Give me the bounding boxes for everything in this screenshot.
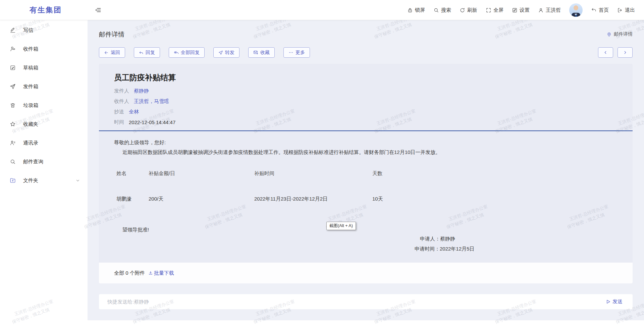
- compose-icon: [10, 27, 16, 33]
- logout-button[interactable]: 退出: [617, 7, 635, 13]
- attachments-summary: 全部 0 个附件: [114, 270, 145, 276]
- applicant-label: 申请人：: [420, 236, 440, 241]
- cell-name: 胡鹏濠: [116, 196, 131, 202]
- current-user-name: 王洪哲: [546, 7, 561, 13]
- trash-icon: [10, 102, 16, 108]
- more-button[interactable]: 更多: [283, 47, 310, 58]
- reply-button[interactable]: 回复: [134, 47, 160, 58]
- refresh-button[interactable]: 刷新: [460, 7, 477, 13]
- home-button[interactable]: 首页: [591, 7, 609, 13]
- mail-paragraph: 近期福田区数据团队成员胡鹏濠被抽调沙头街道参加疫情数据处理工作。现根据防疫补贴标…: [122, 149, 440, 156]
- sent-icon: [10, 84, 16, 90]
- sidebar-item-mail-search[interactable]: 邮件查询: [0, 152, 88, 171]
- time-label: 时间: [114, 119, 124, 125]
- batch-download-link[interactable]: 批量下载: [148, 270, 174, 276]
- brand-logo: 有生集团: [30, 0, 62, 20]
- download-icon: [148, 271, 153, 275]
- current-user-button[interactable]: 王洪哲: [538, 7, 561, 13]
- favorite-label: 收藏: [260, 50, 270, 56]
- next-mail-button[interactable]: [618, 47, 633, 58]
- mail-toolbar: 返回 回复 全部回复 转发 收藏: [99, 47, 310, 58]
- applicant-line: 申请人：蔡静静: [420, 236, 455, 242]
- col-name: 姓名: [116, 170, 126, 177]
- lock-screen-button[interactable]: 锁屏: [407, 7, 425, 13]
- forward-icon: [218, 50, 223, 55]
- header-body-divider: [99, 130, 633, 131]
- star-icon: [10, 121, 16, 127]
- collapse-sidebar-icon[interactable]: [95, 7, 102, 13]
- reply-icon: [139, 50, 144, 55]
- mail-pager: [598, 47, 633, 58]
- sidebar-item-compose[interactable]: 写信: [0, 21, 88, 40]
- time-value: 2022-12-05 14:44:47: [129, 119, 175, 125]
- sidebar-item-trash[interactable]: 垃圾箱: [0, 96, 88, 115]
- mail-subject: 员工防疫补贴结算: [114, 72, 176, 83]
- user-icon: [538, 7, 544, 13]
- sidebar-item-contacts[interactable]: 通讯录: [0, 133, 88, 152]
- to-value[interactable]: 王洪哲，马雪瑶: [134, 98, 169, 105]
- sidebar-item-label: 邮件查询: [23, 159, 43, 165]
- sidebar-item-label: 文件夹: [23, 177, 38, 184]
- home-label: 首页: [599, 7, 609, 13]
- refresh-icon: [460, 7, 465, 13]
- favorite-button[interactable]: 收藏: [248, 47, 275, 58]
- sidebar-item-favorites[interactable]: 收藏夹: [0, 115, 88, 133]
- cell-amount: 200/天: [149, 196, 163, 202]
- sidebar-item-label: 垃圾箱: [23, 102, 38, 109]
- reply-all-icon: [174, 50, 179, 55]
- cell-period: 2022年11月23日-2022年12月2日: [254, 196, 328, 202]
- from-label: 发件人: [114, 88, 129, 94]
- sidebar-item-inbox[interactable]: 收件箱: [0, 40, 88, 58]
- forward-label: 转发: [225, 50, 234, 56]
- user-avatar[interactable]: [569, 3, 583, 17]
- cc-label: 抄送: [114, 109, 124, 115]
- mail-meta: 发件人 蔡静静 收件人 王洪哲，马雪瑶 抄送 全林 时间 2022-12-05 …: [114, 86, 175, 127]
- sidebar-item-label: 发件箱: [23, 84, 38, 90]
- fullscreen-label: 全屏: [493, 7, 503, 13]
- forward-button[interactable]: 转发: [213, 47, 239, 58]
- cc-value[interactable]: 全林: [129, 109, 139, 115]
- meta-from-row: 发件人 蔡静静: [114, 86, 175, 96]
- meta-to-row: 收件人 王洪哲，马雪瑶: [114, 96, 175, 107]
- lock-screen-label: 锁屏: [415, 7, 425, 13]
- prev-mail-button[interactable]: [598, 47, 613, 58]
- home-icon: [591, 7, 597, 13]
- mail-detail-card: 员工防疫补贴结算 发件人 蔡静静 收件人 王洪哲，马雪瑶 抄送 全林 时间 20…: [99, 64, 633, 283]
- sidebar-item-label: 收件箱: [23, 46, 38, 52]
- avatar-tie: [576, 14, 577, 17]
- search-button[interactable]: 搜索: [433, 7, 451, 13]
- logout-label: 退出: [625, 7, 635, 13]
- search-label: 搜索: [441, 7, 451, 13]
- sidebar-item-drafts[interactable]: 草稿箱: [0, 58, 88, 77]
- send-button[interactable]: 发送: [606, 299, 623, 305]
- drafts-icon: [10, 65, 16, 71]
- location-pin-icon: [606, 32, 612, 37]
- settings-button[interactable]: 设置: [512, 7, 530, 13]
- fullscreen-icon: [486, 7, 491, 13]
- from-value[interactable]: 蔡静静: [134, 88, 149, 94]
- col-period: 补贴时间: [254, 170, 274, 177]
- sidebar: 写信 收件箱 草稿箱 发件箱: [0, 20, 88, 325]
- apply-date-line: 申请时间：2022年12月5日: [415, 246, 474, 252]
- mail-closing: 望领导批准!: [122, 227, 149, 233]
- applicant-name: 蔡静静: [440, 236, 455, 241]
- chevron-down-icon[interactable]: [75, 178, 80, 183]
- sidebar-item-folders[interactable]: 文件夹: [0, 171, 88, 190]
- col-amount: 补贴金额/日: [149, 170, 175, 177]
- reply-label: 回复: [146, 50, 155, 56]
- lock-icon: [407, 7, 413, 13]
- more-dots-icon: [288, 50, 293, 55]
- fullscreen-button[interactable]: 全屏: [486, 7, 503, 13]
- cell-days: 10天: [372, 196, 383, 202]
- settings-label: 设置: [520, 7, 530, 13]
- back-button[interactable]: 返回: [99, 47, 125, 58]
- sidebar-item-label: 收藏夹: [23, 121, 38, 127]
- back-arrow-icon: [104, 50, 109, 55]
- sidebar-item-label: 写信: [23, 27, 33, 34]
- quick-send-input[interactable]: [107, 299, 606, 305]
- app-header: 有生集团 锁屏 搜索 刷新: [0, 0, 644, 20]
- sidebar-item-sent[interactable]: 发件箱: [0, 77, 88, 96]
- topbar: 锁屏 搜索 刷新 全屏: [407, 0, 635, 20]
- reply-all-button[interactable]: 全部回复: [169, 47, 205, 58]
- settings-icon: [512, 7, 518, 13]
